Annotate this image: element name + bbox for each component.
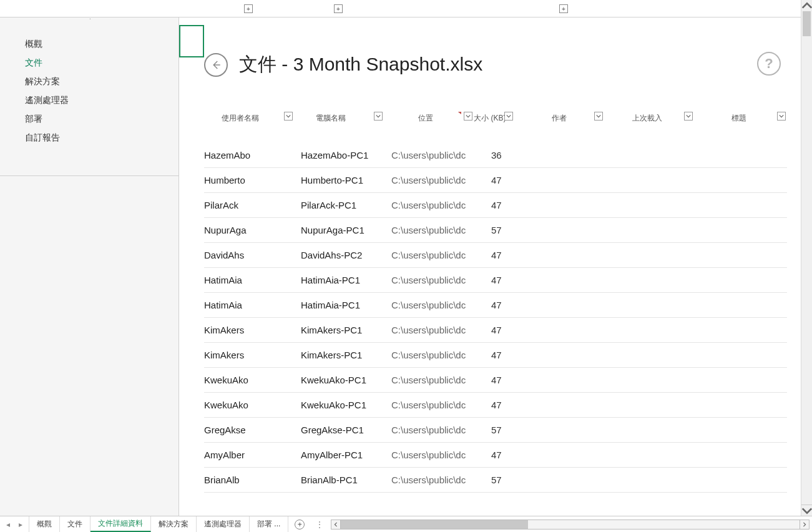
cell-path: C:\users\public\dc bbox=[391, 200, 491, 210]
back-button[interactable] bbox=[204, 53, 228, 77]
hscroll-track[interactable] bbox=[341, 520, 800, 530]
cell-pc: KwekuAko-PC1 bbox=[301, 375, 391, 385]
table-row[interactable]: HazemAboHazemAbo-PC1C:\users\public\dc36 bbox=[204, 143, 787, 168]
scroll-thumb[interactable] bbox=[803, 11, 811, 36]
chevron-right-icon bbox=[802, 522, 807, 527]
horizontal-scrollbar[interactable] bbox=[328, 516, 812, 532]
cell-path: C:\users\public\dc bbox=[391, 425, 491, 435]
column-label: 大小 (KB) bbox=[474, 113, 506, 124]
arrow-left-icon bbox=[210, 59, 222, 71]
chevron-down-icon bbox=[506, 114, 511, 119]
tab-nav-next[interactable]: ▸ bbox=[19, 520, 22, 529]
cell-path: C:\users\public\dc bbox=[391, 150, 491, 160]
cell-user: KimAkers bbox=[204, 350, 301, 360]
cell-path: C:\users\public\dc bbox=[391, 325, 491, 335]
cell-size: 36 bbox=[491, 150, 519, 160]
cell-path: C:\users\public\dc bbox=[391, 225, 491, 235]
hscroll-left-button[interactable] bbox=[331, 520, 341, 530]
add-column-button[interactable]: + bbox=[559, 4, 568, 13]
cell-size: 57 bbox=[491, 225, 519, 235]
column-label: 作者 bbox=[552, 113, 567, 124]
filter-dropdown-button[interactable] bbox=[464, 112, 472, 121]
page-title: 文件 - 3 Month Snapshot.xlsx bbox=[239, 52, 482, 77]
table-row[interactable]: NupurAgaNupurAga-PC1C:\users\public\dc57 bbox=[204, 218, 787, 243]
cell-size: 47 bbox=[491, 275, 519, 285]
cell-size: 57 bbox=[491, 475, 519, 485]
table-row[interactable]: DavidAhsDavidAhs-PC2C:\users\public\dc47 bbox=[204, 243, 787, 268]
chevron-down-icon bbox=[686, 114, 691, 119]
sheet-tab[interactable]: 文件 bbox=[60, 516, 90, 532]
chevron-down-icon bbox=[779, 114, 784, 119]
chevron-left-icon bbox=[333, 522, 338, 527]
scroll-down-button[interactable] bbox=[801, 505, 812, 516]
help-button[interactable]: ? bbox=[757, 52, 781, 76]
cell-path: C:\users\public\dc bbox=[391, 175, 491, 185]
table-row[interactable]: AmyAlberAmyAlber-PC1C:\users\public\dc47 bbox=[204, 443, 787, 468]
filter-dropdown-button[interactable] bbox=[284, 112, 293, 121]
cell-path: C:\users\public\dc bbox=[391, 275, 491, 285]
chevron-down-icon bbox=[596, 114, 601, 119]
table-row[interactable]: PilarAckPilarAck-PC1C:\users\public\dc47 bbox=[204, 193, 787, 218]
sheet-tab[interactable]: 部署 ... bbox=[250, 516, 288, 532]
selection-box[interactable] bbox=[179, 25, 204, 57]
add-column-button[interactable]: + bbox=[244, 4, 253, 13]
cell-path: C:\users\public\dc bbox=[391, 300, 491, 310]
sidebar-item[interactable]: 遙測處理器 bbox=[0, 91, 179, 110]
sidebar-item[interactable]: 文件 bbox=[0, 54, 179, 72]
add-column-button[interactable]: + bbox=[334, 4, 343, 13]
sidebar-item[interactable]: 解決方案 bbox=[0, 72, 179, 91]
sidebar: . 概觀文件解決方案遙測處理器部署自訂報告 bbox=[0, 17, 179, 516]
cell-user: NupurAga bbox=[204, 225, 301, 235]
filter-dropdown-button[interactable] bbox=[504, 112, 513, 121]
cell-pc: DavidAhs-PC2 bbox=[301, 250, 391, 260]
cell-size: 47 bbox=[491, 300, 519, 310]
tab-overflow[interactable]: ⋮ bbox=[311, 516, 328, 532]
cell-path: C:\users\public\dc bbox=[391, 250, 491, 260]
cell-user: HatimAia bbox=[204, 275, 301, 285]
hscroll-thumb[interactable] bbox=[341, 520, 528, 529]
table-row[interactable]: HatimAiaHatimAia-PC1C:\users\public\dc47 bbox=[204, 268, 787, 293]
table-row[interactable]: BrianAlbBrianAlb-PC1C:\users\public\dc57 bbox=[204, 468, 787, 493]
scroll-track[interactable] bbox=[801, 11, 812, 505]
filter-dropdown-button[interactable] bbox=[374, 112, 383, 121]
sheet-tab[interactable]: 概觀 bbox=[29, 516, 60, 532]
cell-size: 47 bbox=[491, 175, 519, 185]
cell-pc: HazemAbo-PC1 bbox=[301, 150, 391, 160]
table-row[interactable]: GregAkseGregAkse-PC1C:\users\public\dc57 bbox=[204, 418, 787, 443]
sidebar-item[interactable]: 自訂報告 bbox=[0, 129, 179, 147]
cell-user: PilarAck bbox=[204, 200, 301, 210]
cell-pc: KimAkers-PC1 bbox=[301, 325, 391, 335]
table-row[interactable]: HumbertoHumberto-PC1C:\users\public\dc47 bbox=[204, 168, 787, 193]
table-row[interactable]: KimAkersKimAkers-PC1C:\users\public\dc47 bbox=[204, 318, 787, 343]
filter-dropdown-button[interactable] bbox=[594, 112, 603, 121]
column-label: 電腦名稱 bbox=[316, 113, 346, 124]
bottom-tab-bar: ◂ ▸ 概觀文件文件詳細資料解決方案遙測處理器部署 ... + ⋮ bbox=[0, 516, 812, 532]
sheet-tab[interactable]: 文件詳細資料 bbox=[90, 516, 151, 532]
hscroll-right-button[interactable] bbox=[800, 520, 810, 530]
cell-size: 47 bbox=[491, 375, 519, 385]
content-area: 文件 - 3 Month Snapshot.xlsx ? 使用者名稱電腦名稱位置… bbox=[179, 17, 812, 516]
scroll-up-button[interactable] bbox=[801, 0, 812, 11]
cell-pc: Humberto-PC1 bbox=[301, 175, 391, 185]
new-tab-button[interactable]: + bbox=[288, 516, 311, 532]
cell-path: C:\users\public\dc bbox=[391, 475, 491, 485]
sheet-tab[interactable]: 解決方案 bbox=[151, 516, 197, 532]
table-row[interactable]: HatimAiaHatimAia-PC1C:\users\public\dc47 bbox=[204, 293, 787, 318]
cell-path: C:\users\public\dc bbox=[391, 450, 491, 460]
cell-size: 47 bbox=[491, 325, 519, 335]
cell-user: HatimAia bbox=[204, 300, 301, 310]
filter-dropdown-button[interactable] bbox=[684, 112, 693, 121]
table-row[interactable]: KwekuAkoKwekuAko-PC1C:\users\public\dc47 bbox=[204, 368, 787, 393]
cell-user: KimAkers bbox=[204, 325, 301, 335]
filter-dropdown-button[interactable] bbox=[777, 112, 786, 121]
sidebar-item[interactable]: 部署 bbox=[0, 110, 179, 129]
cell-path: C:\users\public\dc bbox=[391, 375, 491, 385]
sidebar-item[interactable]: 概觀 bbox=[0, 35, 179, 54]
table-row[interactable]: KimAkersKimAkers-PC1C:\users\public\dc47 bbox=[204, 343, 787, 368]
cell-path: C:\users\public\dc bbox=[391, 350, 491, 360]
table-row[interactable]: KwekuAkoKwekuAko-PC1C:\users\public\dc47 bbox=[204, 393, 787, 418]
cell-user: HazemAbo bbox=[204, 150, 301, 160]
vertical-scrollbar[interactable] bbox=[801, 0, 812, 516]
tab-nav-prev[interactable]: ◂ bbox=[6, 520, 10, 529]
sheet-tab[interactable]: 遙測處理器 bbox=[197, 516, 250, 532]
